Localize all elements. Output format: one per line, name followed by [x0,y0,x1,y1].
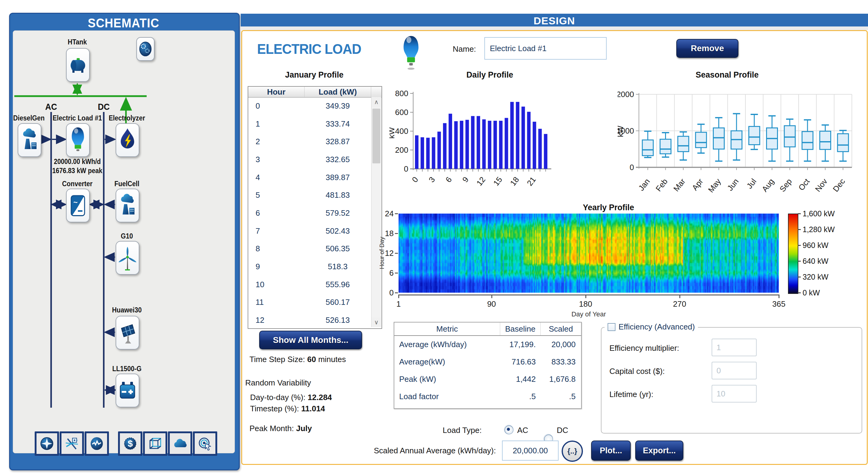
toolbar-button-target[interactable] [193,432,217,456]
toolbar-button-pulse[interactable] [85,432,109,456]
load-column-header[interactable]: Load (kW) [305,87,371,97]
bar [443,123,446,169]
efficiency-multiplier-input[interactable] [712,339,757,356]
toolbar-button-compass[interactable] [35,432,59,456]
hour-column-header[interactable]: Hour [248,87,305,97]
electrolyzer-component[interactable] [116,123,140,157]
ll1500g-component[interactable] [116,374,140,407]
name-input[interactable] [484,37,607,60]
g10-label: G10 [121,232,133,240]
toolbar-button-cloud[interactable] [168,432,192,456]
schematic-settings-button[interactable] [136,37,155,61]
scroll-down-button[interactable]: ∨ [371,317,381,327]
dieselgen-component[interactable] [18,123,41,157]
time-step-size: Time Step Size: 60 minutes [249,355,346,364]
efficiency-multiplier-label: Efficiency multiplier: [610,344,679,353]
table-row[interactable]: 3 332.65 [248,151,371,168]
hour-of-day-axis-label: Hour of Day [378,233,385,273]
scaled-annual-average-input[interactable] [502,441,559,461]
time-step-value: 60 [307,355,316,364]
table-row[interactable]: 9 518.3 [248,258,371,276]
table-row[interactable]: 0 349.39 [248,97,371,115]
electric-load-component[interactable] [66,123,90,157]
target-cursor-icon [198,436,212,451]
light-bulb-icon [69,126,87,154]
svg-text:15: 15 [491,175,504,187]
svg-text:Feb: Feb [654,177,669,193]
colorbar-label: 640 kW [803,257,829,265]
huawei30-label: Huawei30 [112,306,142,314]
remove-button[interactable]: Remove [676,39,738,58]
efficiency-checkbox[interactable] [608,323,616,331]
toolbar-button-economics[interactable]: $ [118,432,143,456]
table-row[interactable]: 11 560.17 [248,293,371,312]
metric-column-header: Metric [394,322,500,335]
table-scrollbar[interactable]: ∧ ∨ [371,97,381,327]
scrollbar-thumb[interactable] [372,108,380,163]
table-row[interactable]: 5 481.83 [248,186,371,204]
metrics-row: Average (kWh/day) 17,199. 20,000 [394,336,581,353]
table-header-row: Hour Load (kW) [248,87,381,98]
table-row[interactable]: 10 555.96 [248,276,371,293]
fuelcell-component[interactable] [116,189,140,222]
toolbar-button-axes[interactable] [60,432,84,456]
toolbar-button-cube[interactable] [143,432,167,456]
ll1500g-label: LL1500-G [112,365,142,373]
export-button[interactable]: Export... [635,441,683,461]
metrics-header-row: Metric Baseline Scaled [394,322,581,336]
capital-cost-input[interactable] [712,362,757,379]
svg-text:2000: 2000 [618,90,634,99]
metrics-table: Metric Baseline Scaled Average (kWh/day)… [394,322,582,409]
plot-button[interactable]: Plot... [591,441,631,461]
load-cell: 349.39 [304,101,371,111]
expression-editor-button[interactable]: {..} [562,441,583,462]
lifetime-input[interactable] [712,385,757,403]
bar [482,119,486,169]
table-row[interactable]: 8 506.35 [248,240,371,258]
table-row[interactable]: 7 502.43 [248,222,371,240]
htank-component[interactable] [66,48,90,82]
hour-cell: 12 [248,315,304,325]
hour-cell: 11 [248,297,304,307]
daily-profile-chart: 0200400600800036912151821kW [390,80,578,198]
table-row[interactable]: 1 333.74 [248,115,371,133]
efficiency-groupbox: Efficiency (Advanced) Efficiency multipl… [601,327,862,434]
g10-component[interactable] [116,241,140,275]
electric-load-icon [400,32,422,74]
bar [494,121,497,169]
box [642,140,653,156]
ac-radio-label[interactable]: AC [517,425,528,435]
scroll-up-button[interactable]: ∧ [371,97,381,107]
battery-icon [118,378,136,404]
bar [465,120,469,169]
bar [522,106,525,169]
table-row[interactable]: 6 579.52 [248,204,371,222]
pulse-icon [89,436,104,451]
converter-component[interactable]: ~ [66,189,90,222]
huawei30-component[interactable] [116,316,140,350]
hour-cell: 6 [248,209,304,218]
electric-load-label: Electric Load #1 [53,114,102,122]
box [838,134,848,152]
load-cell: 332.65 [304,155,371,164]
fuel-cell-icon [118,193,136,219]
dieselgen-label: DieselGen [13,114,44,122]
electrolyzer-label: Electrolyzer [108,114,145,122]
bar [510,102,514,169]
hour-cell: 10 [248,280,304,289]
svg-text:6: 6 [443,175,454,184]
load-cell: 328.87 [304,137,371,146]
svg-text:kW: kW [618,126,625,137]
load-cell: 518.3 [304,262,371,272]
show-all-months-button[interactable]: Show All Months... [259,331,362,349]
table-row[interactable]: 12 526.13 [248,311,371,329]
bar [437,132,441,169]
table-row[interactable]: 2 328.87 [248,133,371,151]
ac-bus-label: AC [45,102,57,112]
ac-radio[interactable] [504,425,514,435]
capital-cost-label: Capital cost ($): [610,367,665,376]
table-row[interactable]: 4 389.87 [248,168,371,187]
svg-text:9: 9 [461,175,471,184]
load-peak-stat: 1676.83 kW peak [52,167,102,175]
dc-radio-label[interactable]: DC [557,425,568,435]
